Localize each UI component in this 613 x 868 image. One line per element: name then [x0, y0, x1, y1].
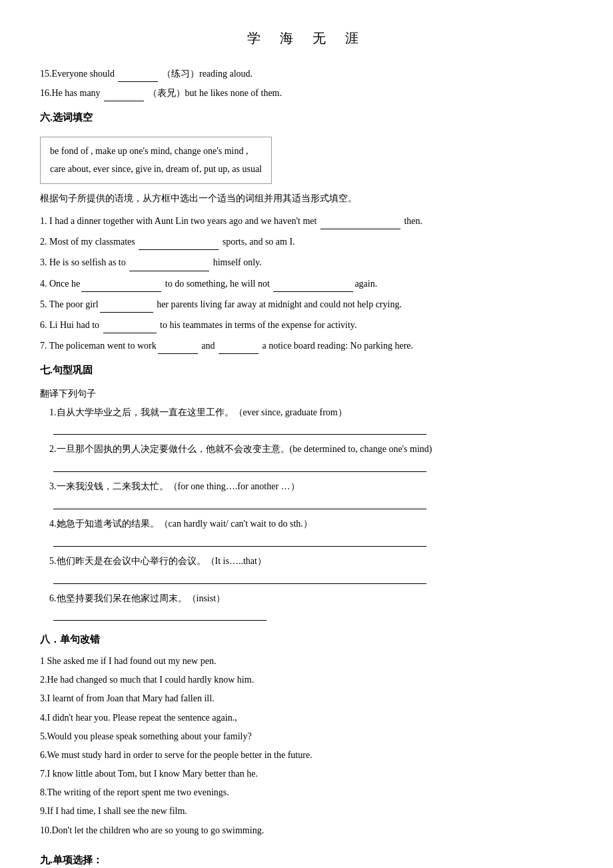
answer-line-5[interactable]	[53, 572, 426, 584]
translation-3: 3.一来我没钱，二来我太忙。（for one thing….for anothe…	[40, 479, 573, 495]
translation-4: 4.她急于知道考试的结果。（can hardly wait/ can't wai…	[40, 516, 573, 532]
blank-3[interactable]	[129, 253, 209, 271]
page-title: 学 海 无 涯	[40, 27, 573, 49]
answer-line-4[interactable]	[53, 535, 426, 547]
correction-2: 2.He had changed so much that I could ha…	[40, 671, 573, 688]
correction-list: 1 She asked me if I had found out my new…	[40, 653, 573, 839]
blank-1[interactable]	[320, 212, 400, 229]
fill-intro: 根据句子所提供的语境，从方框中选出一个适当的词组并用其适当形式填空。	[40, 191, 573, 207]
word-box: be fond of , make up one's mind, change …	[40, 137, 272, 184]
correction-1: 1 She asked me if I had found out my new…	[40, 653, 573, 669]
blank-7a[interactable]	[158, 337, 198, 354]
answer-line-6[interactable]	[53, 609, 267, 621]
section6-heading: 六.选词填空	[40, 109, 573, 127]
answer-line-1[interactable]	[53, 423, 426, 435]
fill-item-6: 6. Li Hui had to to his teammates in ter…	[40, 316, 573, 333]
fill-list: 1. I had a dinner together with Aunt Lin…	[40, 212, 573, 354]
fill-item-2: 2. Most of my classmates sports, and so …	[40, 233, 573, 250]
correction-5: 5.Would you please speak something about…	[40, 728, 573, 745]
section7-sub: 翻译下列句子	[40, 386, 573, 402]
correction-7: 7.I know little about Tom, but I know Ma…	[40, 765, 573, 782]
fill-item-3: 3. He is so selfish as to himself only.	[40, 253, 573, 271]
translation-1: 1.自从大学毕业之后，我就一直在这里工作。（ever since, gradua…	[40, 405, 573, 421]
fill-item-5: 5. The poor girl her parents living far …	[40, 295, 573, 313]
blank-6[interactable]	[103, 316, 157, 333]
section8-heading: 八．单句改错	[40, 631, 573, 649]
correction-6: 6.We must study hard in order to serve f…	[40, 747, 573, 763]
section-15: 15.Everyone should （练习）reading aloud.	[40, 65, 573, 82]
translation-6: 6.他坚持要我们呆在他家过周末。（insist）	[40, 591, 573, 607]
blank-4b[interactable]	[273, 275, 353, 292]
fill-item-4: 4. Once he to do something, he will not …	[40, 275, 573, 292]
blank-15[interactable]	[118, 65, 158, 82]
section-16: 16.He has many （表兄）but he likes none of …	[40, 85, 573, 101]
fill-item-1: 1. I had a dinner together with Aunt Lin…	[40, 212, 573, 229]
correction-9: 9.If I had time, I shall see the new fil…	[40, 803, 573, 819]
correction-4: 4.I didn't hear you. Please repeat the s…	[40, 709, 573, 726]
translation-list: 1.自从大学毕业之后，我就一直在这里工作。（ever since, gradua…	[40, 405, 573, 621]
answer-line-2[interactable]	[53, 460, 426, 472]
fill-item-7: 7. The policeman went to work and a noti…	[40, 337, 573, 354]
blank-5[interactable]	[100, 295, 153, 313]
blank-4a[interactable]	[81, 275, 161, 292]
blank-2[interactable]	[139, 233, 219, 250]
correction-3: 3.I learnt of from Joan that Mary had fa…	[40, 690, 573, 707]
translation-5: 5.他们昨天是在会议中心举行的会议。（It is…..that）	[40, 553, 573, 569]
section9-heading: 九.单项选择：	[40, 852, 573, 868]
correction-10: 10.Don't let the children who are so you…	[40, 822, 573, 839]
blank-7b[interactable]	[219, 337, 259, 354]
blank-16[interactable]	[104, 85, 144, 101]
section7-heading: 七.句型巩固	[40, 362, 573, 379]
translation-2: 2.一旦那个固执的男人决定要做什么，他就不会改变主意。(be determine…	[40, 441, 573, 457]
correction-8: 8.The writing of the report spent me two…	[40, 784, 573, 801]
answer-line-3[interactable]	[53, 497, 426, 509]
